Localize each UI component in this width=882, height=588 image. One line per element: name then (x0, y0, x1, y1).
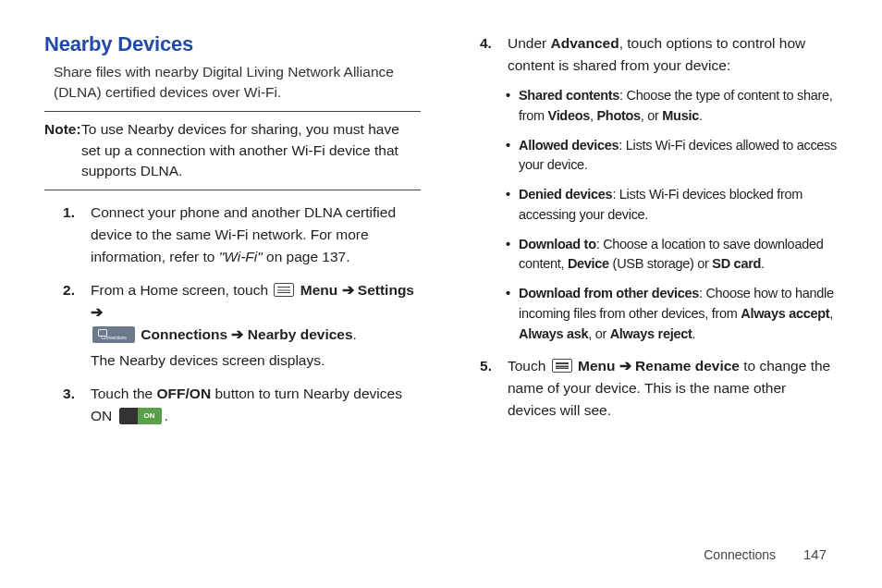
step-5-pre: Touch (508, 358, 550, 374)
on-switch-icon: ON (119, 408, 162, 424)
arrow-3: ➔ (227, 326, 248, 342)
note-text: To use Nearby devices for sharing, you m… (81, 119, 421, 181)
left-column: Nearby Devices Share files with nearby D… (44, 32, 421, 438)
off-on-label: OFF/ON (157, 386, 212, 401)
wifi-link: "Wi-Fi" (219, 249, 263, 264)
section-title: Nearby Devices (44, 32, 421, 56)
step-2: From a Home screen, touch Menu ➔ Setting… (44, 279, 421, 372)
step-2-pre: From a Home screen, touch (91, 282, 272, 298)
intro-text: Share files with nearby Digital Living N… (54, 62, 421, 104)
steps-list-left: Connect your phone and another DLNA cert… (44, 202, 421, 427)
rename-device-label: Rename device (635, 358, 740, 374)
bullet-shared-contents: Shared contents: Choose the type of cont… (461, 86, 838, 127)
download-from-label: Download from other devices (519, 286, 699, 300)
arrow-2: ➔ (91, 304, 103, 320)
note-block: Note: To use Nearby devices for sharing,… (44, 119, 421, 182)
note-label: Note: (44, 121, 81, 137)
allowed-devices-label: Allowed devices (519, 138, 619, 153)
steps-list-right: Touch Menu ➔ Rename device to change the… (461, 355, 838, 422)
footer-section: Connections (704, 547, 776, 562)
bullet-denied-devices: Denied devices: Lists Wi-Fi devices bloc… (461, 185, 838, 226)
advanced-options-list: Shared contents: Choose the type of cont… (461, 86, 838, 344)
arrow-1: ➔ (337, 282, 358, 298)
connections-icon (92, 326, 135, 343)
right-column: Under Advanced, touch options to control… (461, 32, 838, 438)
nearby-devices-label: Nearby devices (248, 326, 353, 342)
divider-top (44, 111, 421, 112)
advanced-label: Advanced (551, 35, 619, 51)
step-1-text-post: on page 137. (263, 249, 350, 264)
footer-page-number: 147 (803, 546, 827, 562)
step-5: Touch Menu ➔ Rename device to change the… (461, 355, 838, 422)
step-1: Connect your phone and another DLNA cert… (44, 202, 421, 268)
step-3: Touch the OFF/ON button to turn Nearby d… (44, 383, 421, 427)
bullet-download-from: Download from other devices: Choose how … (461, 284, 838, 344)
menu-icon-2 (552, 359, 572, 373)
download-to-label: Download to (519, 237, 596, 251)
arrow-4: ➔ (615, 358, 635, 374)
step-4: Under Advanced, touch options to control… (461, 32, 838, 77)
denied-devices-label: Denied devices (519, 187, 612, 202)
menu-icon (274, 283, 294, 297)
divider-bottom (44, 190, 421, 190)
step-4-pre: Under (508, 35, 551, 51)
shared-contents-label: Shared contents (519, 88, 619, 103)
page-columns: Nearby Devices Share files with nearby D… (44, 32, 838, 438)
bullet-allowed-devices: Allowed devices: Lists Wi-Fi devices all… (461, 136, 838, 177)
step-3-pre: Touch the (91, 386, 157, 401)
menu-label-2: Menu (578, 358, 615, 374)
step-3-end: . (165, 408, 168, 423)
step-2-sub: The Nearby devices screen displays. (91, 349, 421, 372)
bullet-download-to: Download to: Choose a location to save d… (461, 235, 838, 276)
menu-label: Menu (300, 282, 337, 298)
page-footer: Connections 147 (704, 546, 827, 562)
connections-label: Connections (141, 326, 227, 342)
settings-label: Settings (358, 282, 414, 298)
